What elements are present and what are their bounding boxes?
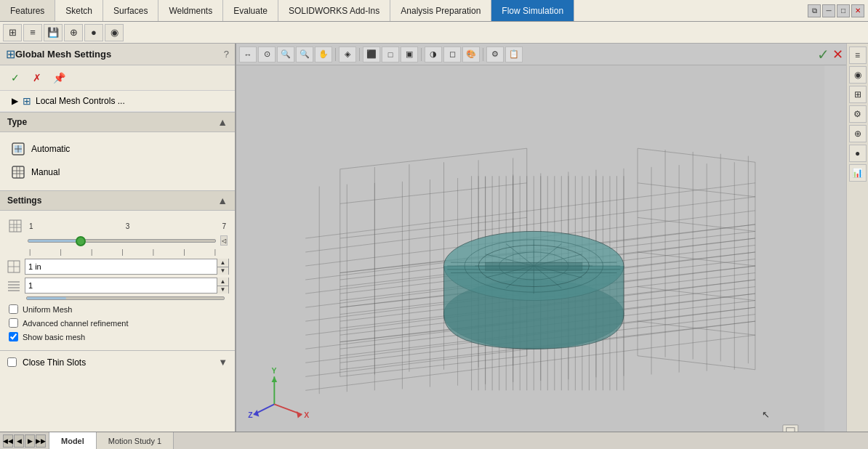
- vt-move[interactable]: ↔: [239, 46, 257, 62]
- tab-evaluate[interactable]: Evaluate: [223, 0, 278, 21]
- cancel-button[interactable]: ✗: [28, 70, 47, 86]
- close-button[interactable]: ✕: [851, 4, 864, 17]
- toolbar-btn-1[interactable]: ⊞: [3, 24, 22, 41]
- restore-button[interactable]: ⧉: [808, 4, 821, 17]
- vt-zoom-out[interactable]: 🔍: [296, 46, 313, 62]
- window-controls: ⧉ ─ □ ✕: [807, 0, 868, 21]
- right-sidebar: ≡ ◉ ⊞ ⚙ ⊕ ● 📊: [846, 44, 868, 432]
- rs-config[interactable]: ⚙: [849, 105, 867, 123]
- check-overlay[interactable]: ✓: [817, 46, 829, 63]
- ratio-input[interactable]: ▲ ▼: [25, 278, 229, 294]
- vt-pan[interactable]: ✋: [315, 46, 332, 62]
- vt-appearance[interactable]: 🎨: [462, 46, 480, 62]
- nav-first[interactable]: ◀◀: [3, 434, 13, 448]
- uniform-mesh-checkbox[interactable]: [9, 304, 18, 314]
- thin-slots-checkbox[interactable]: [7, 357, 17, 367]
- advanced-channel-checkbox[interactable]: [9, 318, 18, 328]
- toolbar-btn-6[interactable]: ◉: [105, 24, 124, 41]
- tab-flow-simulation[interactable]: Flow Simulation: [491, 0, 574, 21]
- rs-dimexpert[interactable]: ⊕: [849, 125, 867, 142]
- ratio-input-field[interactable]: [25, 278, 217, 293]
- close-thin-slots-section[interactable]: Close Thin Slots ▼: [0, 350, 235, 373]
- vt-hide-show[interactable]: ◻: [443, 46, 461, 62]
- local-mesh-controls-item[interactable]: ▶ ⊞ Local Mesh Controls ...: [6, 92, 229, 110]
- tab-features[interactable]: Features: [0, 0, 55, 21]
- rs-layers[interactable]: ≡: [849, 46, 867, 64]
- vt-sep4: [483, 48, 483, 61]
- slider-icon: [7, 219, 23, 232]
- tab-motion-study[interactable]: Motion Study 1: [97, 432, 174, 449]
- tab-model[interactable]: Model: [49, 432, 97, 449]
- local-mesh-tree: ▶ ⊞ Local Mesh Controls ...: [0, 91, 235, 112]
- toolbar-btn-3[interactable]: 💾: [44, 24, 63, 41]
- ratio-decrement[interactable]: ▼: [217, 286, 228, 294]
- vt-front[interactable]: □: [382, 46, 399, 62]
- tab-analysis-preparation[interactable]: Analysis Preparation: [390, 0, 491, 21]
- settings-section-header[interactable]: Settings ▲: [0, 190, 235, 211]
- size-increment[interactable]: ▲: [217, 259, 228, 267]
- type-automatic[interactable]: Automatic: [6, 138, 229, 160]
- automatic-label: Automatic: [31, 144, 70, 154]
- type-manual[interactable]: Manual: [6, 161, 229, 183]
- size-input-field[interactable]: [25, 259, 217, 274]
- size-decrement[interactable]: ▼: [217, 267, 228, 275]
- nav-next[interactable]: ▶: [25, 434, 35, 448]
- confirm-button[interactable]: ✓: [6, 70, 25, 86]
- vt-select[interactable]: ◈: [339, 46, 356, 62]
- advanced-channel-row: Advanced channel refinement: [6, 317, 229, 329]
- canvas-area[interactable]: ↔ ⊙ 🔍 🔍 ✋ ◈ ⬛ □ ▣ ◑ ◻ 🎨 ⚙ 📋 ✓ ✕: [236, 44, 846, 432]
- rs-properties[interactable]: ⊞: [849, 86, 867, 103]
- slider-min: 1: [29, 222, 33, 230]
- advanced-channel-label[interactable]: Advanced channel refinement: [23, 319, 129, 328]
- maximize-button[interactable]: □: [837, 4, 850, 17]
- toolbar-btn-4[interactable]: ⊕: [64, 24, 83, 41]
- tab-surfaces[interactable]: Surfaces: [103, 0, 158, 21]
- tab-solidworks-addins[interactable]: SOLIDWORKS Add-Ins: [278, 0, 390, 21]
- vt-display[interactable]: 📋: [505, 46, 523, 62]
- x-overlay[interactable]: ✕: [832, 46, 843, 62]
- show-basic-mesh-checkbox[interactable]: [9, 332, 18, 341]
- toolbar-btn-5[interactable]: ●: [84, 24, 103, 41]
- local-mesh-label: Local Mesh Controls ...: [36, 96, 125, 106]
- svg-rect-4: [12, 166, 24, 178]
- ratio-increment[interactable]: ▲: [217, 278, 228, 286]
- slider-thumb[interactable]: [76, 236, 86, 246]
- manual-label: Manual: [31, 167, 60, 177]
- uniform-mesh-label[interactable]: Uniform Mesh: [23, 305, 72, 314]
- mesh-viewport[interactable]: Z Y X *Dimetric ↖: [236, 65, 824, 432]
- svg-text:Z: Z: [248, 411, 253, 419]
- panel-body: Type ▲ Automatic: [0, 112, 235, 432]
- slider-expand[interactable]: ◁: [220, 235, 228, 246]
- pin-button[interactable]: 📌: [49, 70, 68, 86]
- small-slider-row: [6, 296, 229, 303]
- svg-rect-130: [486, 262, 582, 270]
- type-section-header[interactable]: Type ▲: [0, 112, 235, 132]
- nav-arrows: ◀◀ ◀ ▶ ▶▶: [0, 432, 49, 449]
- ratio-spin-btns: ▲ ▼: [217, 278, 228, 294]
- menu-bar: Features Sketch Surfaces Weldments Evalu…: [0, 0, 868, 22]
- vt-zoom-fit[interactable]: ⊙: [258, 46, 276, 62]
- vt-back[interactable]: ▣: [401, 46, 418, 62]
- show-basic-mesh-label[interactable]: Show basic mesh: [23, 333, 85, 341]
- tab-weldments[interactable]: Weldments: [158, 0, 223, 21]
- minimize-button[interactable]: ─: [822, 4, 835, 17]
- nav-prev[interactable]: ◀: [14, 434, 24, 448]
- vt-display-style[interactable]: ◑: [425, 46, 442, 62]
- rs-appearance[interactable]: ●: [849, 145, 867, 162]
- small-slider[interactable]: [26, 296, 225, 300]
- panel-help-button[interactable]: ?: [224, 49, 229, 60]
- vt-sep1: [335, 48, 336, 61]
- rs-chart[interactable]: 📊: [849, 164, 867, 182]
- size-input[interactable]: ▲ ▼: [25, 259, 229, 275]
- vt-settings[interactable]: ⚙: [486, 46, 504, 62]
- tab-sketch[interactable]: Sketch: [55, 0, 103, 21]
- rs-display[interactable]: ◉: [849, 66, 867, 84]
- type-section-title: Type: [7, 117, 27, 127]
- vt-view-cube[interactable]: ⬛: [363, 46, 380, 62]
- vt-zoom-in[interactable]: 🔍: [277, 46, 294, 62]
- nav-last[interactable]: ▶▶: [36, 434, 46, 448]
- size-spin-btns: ▲ ▼: [217, 259, 228, 275]
- svg-text:↖: ↖: [762, 409, 770, 420]
- svg-rect-141: [783, 425, 798, 432]
- toolbar-btn-2[interactable]: ≡: [23, 24, 42, 41]
